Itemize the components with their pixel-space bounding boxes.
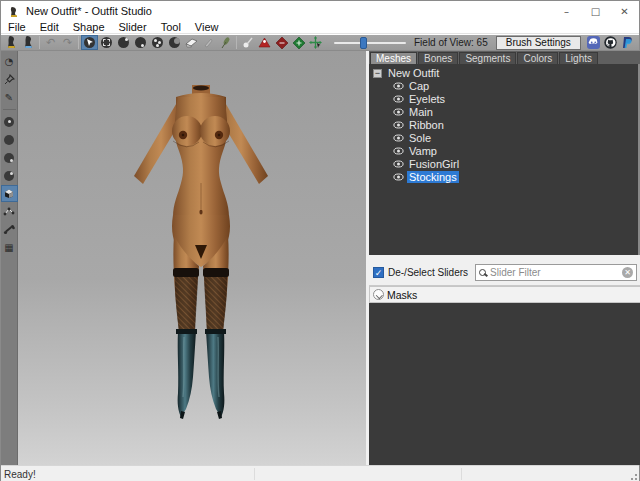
discord-icon[interactable]	[587, 36, 600, 49]
tree-item-vamp[interactable]: Vamp	[369, 145, 640, 157]
vertex-add-button[interactable]	[290, 35, 307, 50]
camera-orbit-button[interactable]: ◔	[2, 54, 17, 69]
slider-filter-input[interactable]	[490, 267, 622, 278]
knife-button[interactable]	[200, 35, 217, 50]
inflate-brush-side-button[interactable]	[2, 132, 17, 147]
tree-root-row[interactable]: − New Outfit	[369, 67, 640, 79]
tree-item-label: Vamp	[407, 145, 439, 157]
tree-item-sole[interactable]: Sole	[369, 132, 640, 144]
inflate-brush-icon	[118, 37, 129, 48]
fov-label: Field of View: 65	[414, 37, 488, 48]
tree-item-label: Main	[407, 106, 435, 118]
slider-list-area[interactable]	[369, 303, 640, 465]
alpha-brush-button[interactable]	[239, 35, 256, 50]
github-icon[interactable]	[604, 36, 617, 49]
box-select-button[interactable]	[2, 186, 17, 201]
visibility-eye-icon[interactable]	[393, 173, 404, 181]
eraser-button[interactable]	[183, 35, 200, 50]
close-button[interactable]: ✕	[610, 1, 639, 21]
select-brush-icon	[84, 37, 95, 48]
visibility-eye-icon[interactable]	[393, 134, 404, 142]
slider-filter-box[interactable]: ✕	[475, 264, 637, 281]
tree-item-fusiongirl[interactable]: FusionGirl	[369, 158, 640, 170]
body-mesh-model[interactable]	[126, 85, 276, 419]
tree-item-eyelets[interactable]: Eyelets	[369, 93, 640, 105]
visibility-eye-icon[interactable]	[393, 82, 404, 90]
viewport-3d[interactable]	[18, 51, 366, 465]
fov-slider-handle[interactable]	[360, 37, 367, 49]
pencil-icon: ✎	[5, 93, 13, 103]
tab-segments[interactable]: Segments	[459, 52, 516, 64]
move-brush-button[interactable]	[166, 35, 183, 50]
visibility-eye-icon[interactable]	[393, 147, 404, 155]
clear-filter-icon[interactable]: ✕	[622, 267, 633, 278]
chevron-down-icon[interactable]	[373, 289, 384, 300]
camera-orbit-icon: ◔	[5, 57, 14, 67]
visibility-eye-icon[interactable]	[393, 121, 404, 129]
transform-tool-button[interactable]	[307, 35, 324, 50]
deflate-brush-side-button[interactable]	[2, 150, 17, 165]
tab-meshes[interactable]: Meshes	[370, 52, 417, 64]
deselect-sliders-label[interactable]: De-/Select Sliders	[388, 267, 468, 278]
vertex-delete-icon	[276, 37, 288, 49]
masks-label: Masks	[387, 289, 417, 301]
tree-item-stockings[interactable]: Stockings	[369, 171, 640, 183]
fov-slider-track	[334, 42, 406, 44]
status-text: Ready!	[1, 469, 36, 480]
redo-button[interactable]: ↷	[59, 35, 76, 50]
grid-button[interactable]: ▦	[2, 240, 17, 255]
meshes-tree: − New Outfit Cap Eyelets Main Ribbon	[369, 64, 640, 255]
menu-file[interactable]: File	[1, 21, 33, 34]
inflate-brush-button[interactable]	[115, 35, 132, 50]
brush-settings-button[interactable]: Brush Settings	[496, 36, 581, 50]
visibility-eye-icon[interactable]	[393, 95, 404, 103]
undo-button[interactable]: ↶	[42, 35, 59, 50]
fov-slider[interactable]	[334, 37, 406, 49]
paypal-icon[interactable]	[621, 36, 634, 49]
tab-lights[interactable]: Lights	[559, 52, 598, 64]
load-project-button[interactable]	[3, 35, 20, 50]
visibility-eye-icon[interactable]	[393, 108, 404, 116]
mask-brush-side-button[interactable]	[2, 114, 17, 129]
maximize-button[interactable]: □	[581, 1, 610, 21]
pencil-button[interactable]: ✎	[2, 90, 17, 105]
vertex-edit-button[interactable]	[2, 204, 17, 219]
deselect-sliders-checkbox[interactable]: ✓	[373, 267, 384, 278]
feather-brush-icon	[220, 37, 231, 49]
resize-grip[interactable]	[628, 471, 638, 481]
smooth-brush-button[interactable]	[149, 35, 166, 50]
menu-shape[interactable]: Shape	[66, 21, 112, 34]
menu-view[interactable]: View	[188, 21, 226, 34]
move-brush-side-button[interactable]	[2, 168, 17, 183]
pin-button[interactable]	[2, 72, 17, 87]
deflate-brush-button[interactable]	[132, 35, 149, 50]
vertex-edit-icon	[3, 206, 15, 217]
menu-edit[interactable]: Edit	[33, 21, 66, 34]
feather-brush-button[interactable]	[217, 35, 234, 50]
mask-brush-button[interactable]	[98, 35, 115, 50]
tree-item-ribbon[interactable]: Ribbon	[369, 119, 640, 131]
title-bar[interactable]: New Outfit* - Outfit Studio – □ ✕	[1, 1, 639, 21]
bone-button[interactable]	[2, 222, 17, 237]
collapse-icon[interactable]: −	[373, 69, 382, 78]
tree-item-label: FusionGirl	[407, 158, 461, 170]
tree-item-cap[interactable]: Cap	[369, 80, 640, 92]
tab-bones[interactable]: Bones	[418, 52, 458, 64]
visibility-eye-icon[interactable]	[393, 160, 404, 168]
status-separator	[461, 468, 462, 480]
masks-header[interactable]: Masks	[369, 286, 640, 303]
tab-colors[interactable]: Colors	[517, 52, 558, 64]
toolbar-separator	[78, 36, 79, 49]
select-brush-button[interactable]	[81, 35, 98, 50]
menu-slider[interactable]: Slider	[112, 21, 154, 34]
load-project-icon	[6, 36, 18, 49]
weight-paint-button[interactable]	[256, 35, 273, 50]
tree-item-main[interactable]: Main	[369, 106, 640, 118]
transform-tool-icon	[309, 36, 322, 49]
toolbar-separator	[39, 36, 40, 49]
minimize-button[interactable]: –	[552, 1, 581, 21]
menu-tool[interactable]: Tool	[154, 21, 188, 34]
load-reference-button[interactable]	[20, 35, 37, 50]
vertex-delete-button[interactable]	[273, 35, 290, 50]
search-icon	[479, 269, 486, 276]
